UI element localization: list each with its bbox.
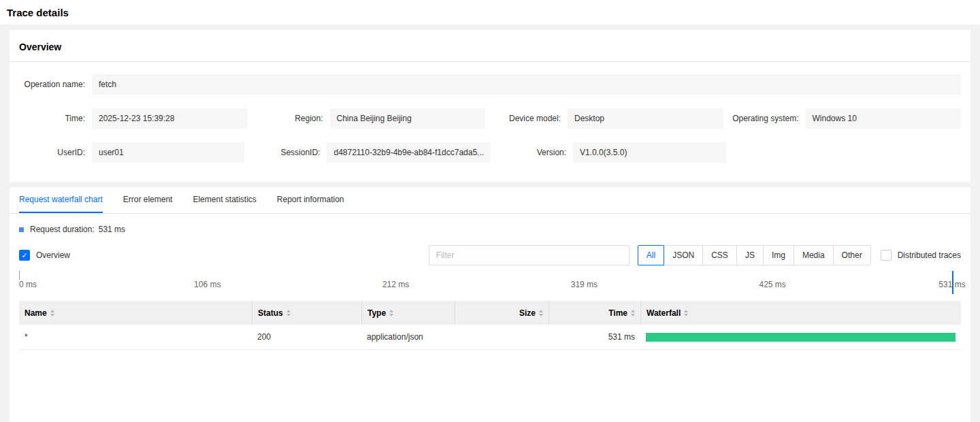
column-header-name[interactable]: Name [19,301,252,325]
field-time: Time: 2025-12-23 15:39:28 [10,108,248,129]
request-table-header: Name Status Type Size Time [19,301,961,325]
region-value: China Beijing Beijing [330,108,486,129]
field-version: Version: V1.0.0(3.5.0) [491,142,725,163]
tab-element-statistics[interactable]: Element statistics [193,187,256,213]
filter-button-media[interactable]: Media [794,245,834,265]
time-value: 2025-12-23 15:39:28 [92,108,248,129]
region-label: Region: [248,114,330,123]
cell-time: 531 ms [549,325,640,349]
overview-checkbox-label: Overview [36,250,70,260]
type-filter-button-group: All JSON CSS JS Img Media Other [638,245,871,265]
filter-button-all[interactable]: All [638,245,664,265]
waterfall-tab-content: Request duration: 531 ms ✓ Overview All … [10,225,970,363]
trace-card: Request waterfall chart Error element El… [10,187,970,422]
session-id-label: SessionID: [244,148,327,157]
column-header-label: Name [24,308,47,318]
tab-error-element[interactable]: Error element [123,187,173,213]
filter-button-js[interactable]: JS [736,245,764,265]
tab-report-information[interactable]: Report information [277,187,344,213]
sort-icon [389,310,393,316]
column-header-label: Time [608,308,627,318]
field-user-id: UserID: user01 [10,142,244,163]
tab-request-waterfall-chart[interactable]: Request waterfall chart [19,187,103,213]
request-duration-row: Request duration: 531 ms [19,225,961,234]
filter-button-other[interactable]: Other [833,245,871,265]
operating-system-label: Operating system: [723,114,806,123]
field-device-model: Device model: Desktop [485,108,723,129]
sort-icon [631,310,635,316]
column-header-label: Size [519,308,536,318]
column-header-type[interactable]: Type [361,301,455,325]
sort-icon [539,310,543,316]
distributed-traces-label: Distributed traces [898,250,961,260]
waterfall-bar-track [646,333,956,342]
time-label: Time: [10,114,92,123]
waterfall-bar [646,333,956,342]
ruler-end-marker-line [952,271,953,294]
user-id-label: UserID: [10,148,92,157]
request-table: Name Status Type Size Time [19,301,961,350]
operation-name-label: Operation name: [10,80,92,89]
field-operation-name: Operation name: fetch [10,74,961,95]
operation-name-value: fetch [92,74,961,95]
request-duration-value: 531 ms [99,225,125,234]
version-value: V1.0.0(3.5.0) [573,142,725,163]
tab-bar: Request waterfall chart Error element El… [10,187,970,214]
sort-icon [684,310,688,316]
duration-legend-icon [19,227,24,232]
page-title: Trace details [7,7,69,18]
column-header-label: Waterfall [647,308,681,318]
cell-status: 200 [252,325,361,349]
operating-system-value: Windows 10 [806,108,962,129]
column-header-status[interactable]: Status [252,301,361,325]
sort-icon [287,310,291,316]
cell-size [455,325,549,349]
column-header-label: Status [258,308,283,318]
cell-type: application/json [361,325,455,349]
device-model-label: Device model: [485,114,568,123]
field-region: Region: China Beijing Beijing [248,108,486,129]
timeline-ruler: 0 ms 106 ms 212 ms 319 ms 425 ms 531 ms [19,271,961,291]
filter-button-json[interactable]: JSON [664,245,703,265]
ruler-label: 0 ms [19,280,37,289]
ruler-label: 425 ms [760,280,786,289]
top-bar: Trace details [0,0,980,25]
cell-waterfall [640,325,961,349]
field-operating-system: Operating system: Windows 10 [723,108,962,129]
overview-card-title: Overview [10,30,970,61]
column-header-size[interactable]: Size [455,301,549,325]
version-label: Version: [491,148,573,157]
column-header-waterfall[interactable]: Waterfall [640,301,961,325]
ruler-start-tick [19,271,20,280]
column-header-label: Type [368,308,386,318]
overview-checkbox[interactable]: ✓ [19,250,30,261]
distributed-traces-checkbox[interactable] [881,250,892,261]
cell-name: * [19,325,252,349]
distributed-traces-control: Distributed traces [881,250,961,261]
overview-form: Operation name: fetch Time: 2025-12-23 1… [10,62,970,163]
filter-button-img[interactable]: Img [763,245,794,265]
overview-card: Overview Operation name: fetch Time: 202… [10,30,970,182]
ruler-label: 106 ms [194,280,220,289]
filter-input[interactable] [429,245,630,265]
field-session-id: SessionID: d4872110-32b9-4b9e-ab84-f1dcc… [244,142,491,163]
sort-icon [50,310,54,316]
waterfall-controls-row: ✓ Overview All JSON CSS JS Img Media Oth… [19,245,961,265]
request-duration-label: Request duration: [30,225,95,234]
session-id-value: d4872110-32b9-4b9e-ab84-f1dcc7ada5... [327,142,491,163]
column-header-time[interactable]: Time [549,301,640,325]
waterfall-filter-controls: All JSON CSS JS Img Media Other Distribu… [429,245,961,265]
table-row[interactable]: * 200 application/json 531 ms [19,325,961,350]
device-model-value: Desktop [568,108,723,129]
ruler-label: 319 ms [571,280,598,289]
ruler-label: 212 ms [382,280,409,289]
user-id-value: user01 [92,142,244,163]
filter-button-css[interactable]: CSS [702,245,737,265]
